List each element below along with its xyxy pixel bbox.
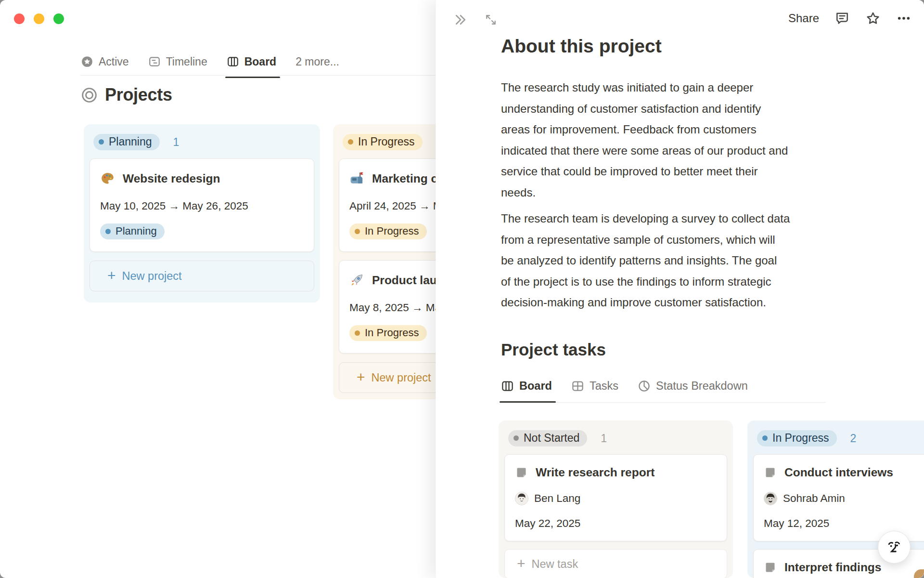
column-count: 1 [173, 136, 180, 149]
tab-label: Timeline [166, 55, 207, 68]
comments-icon[interactable] [834, 11, 850, 26]
tab-more-views[interactable]: 2 more... [295, 55, 339, 68]
task-view-tabs: Board Tasks Status Breakdown [501, 380, 826, 403]
project-tasks-heading: Project tasks [501, 340, 606, 359]
column-header: Planning 1 [93, 134, 314, 150]
column-header: In Progress 2 [757, 430, 924, 447]
tab-status-breakdown[interactable]: Status Breakdown [638, 380, 748, 393]
tab-timeline[interactable]: Timeline [148, 55, 207, 68]
card-title: Conduct interviews [784, 466, 893, 479]
board-icon [227, 55, 239, 68]
project-card-website-redesign[interactable]: Website redesign May 10, 2025 → May 26, … [90, 158, 314, 252]
board-column-planning: Planning 1 Website redesign May 10, 2025… [84, 124, 320, 302]
tab-label: Status Breakdown [656, 380, 748, 393]
card-status-tag: In Progress [349, 223, 427, 239]
page-icon [764, 466, 777, 479]
zoom-window-button[interactable] [53, 13, 64, 24]
new-project-button[interactable]: + New project [90, 261, 314, 291]
more-options-icon[interactable] [896, 11, 911, 26]
task-column-not-started: Not Started 1 Write research report [499, 420, 733, 578]
status-dot-icon [105, 229, 111, 234]
plus-icon: + [517, 556, 526, 571]
tab-label: 2 more... [295, 55, 339, 68]
card-date: May 12, 2025 [764, 517, 924, 530]
status-pill[interactable]: Planning [93, 134, 160, 150]
table-icon [571, 380, 584, 393]
tab-label: Active [99, 55, 129, 68]
assignee-row: Sohrab Amin [764, 492, 924, 505]
about-heading: About this project [501, 36, 662, 57]
window-controls [14, 13, 64, 24]
tab-label: Board [244, 55, 276, 68]
avatar-sohrab-amin [764, 492, 777, 505]
task-card-write-research-report[interactable]: Write research report Ben Lang May 22, 2… [504, 454, 727, 541]
status-dot-icon [99, 139, 104, 144]
assignee-name: Ben Lang [534, 492, 580, 505]
card-status-tag: In Progress [349, 325, 427, 341]
panel-header-right: Share [788, 11, 911, 26]
timeline-icon [148, 55, 161, 68]
star-circle-icon [81, 55, 93, 68]
card-title: Interpret findings [784, 561, 881, 574]
assignee-name: Sohrab Amin [783, 492, 845, 505]
avatar-ben-lang [515, 492, 528, 505]
status-dot-icon [355, 229, 360, 234]
minimize-window-button[interactable] [34, 13, 44, 24]
close-window-button[interactable] [14, 13, 25, 24]
plus-icon: + [107, 268, 116, 283]
view-tabs: Active Timeline Board 2 more... [81, 49, 339, 74]
tab-label: Board [519, 380, 552, 393]
new-task-button[interactable]: + New task [504, 549, 727, 578]
notion-ai-button[interactable] [878, 531, 911, 564]
assignee-row: Ben Lang [515, 492, 717, 505]
card-date-range: May 10, 2025 → May 26, 2025 [100, 200, 304, 212]
card-title: Write research report [536, 466, 654, 479]
card-title: Product lau [372, 274, 437, 287]
pie-chart-icon [638, 380, 651, 393]
page-title: Projects [81, 85, 172, 105]
notion-window: Active Timeline Board 2 more... [0, 0, 924, 578]
board-icon [501, 380, 514, 393]
open-full-page-icon[interactable] [484, 13, 498, 26]
favorite-star-icon[interactable] [865, 11, 881, 26]
status-dot-icon [513, 435, 519, 441]
card-date: May 22, 2025 [515, 517, 717, 530]
side-peek-panel: Share About this project The research st… [436, 0, 924, 578]
column-header: Not Started 1 [508, 430, 727, 447]
tab-active[interactable]: Active [81, 55, 129, 68]
column-count: 2 [850, 432, 857, 445]
status-dot-icon [762, 435, 768, 441]
about-paragraph-2: The research team is developing a survey… [501, 208, 871, 313]
status-dot-icon [355, 330, 360, 336]
palette-icon [100, 171, 115, 186]
page-icon [515, 466, 528, 479]
tabs-divider [80, 75, 436, 76]
screen: Active Timeline Board 2 more... [0, 0, 924, 578]
rocket-icon [349, 273, 364, 288]
status-dot-icon [348, 139, 353, 144]
close-side-peek-icon[interactable] [453, 13, 468, 27]
tab-board[interactable]: Board [501, 380, 552, 393]
page-icon [764, 561, 777, 574]
mailbox-icon [349, 171, 364, 186]
share-button[interactable]: Share [788, 12, 819, 25]
card-title: Marketing c [372, 172, 437, 185]
tab-tasks[interactable]: Tasks [571, 380, 618, 393]
plus-icon: + [357, 370, 365, 384]
card-status-tag: Planning [100, 223, 165, 239]
column-count: 1 [601, 432, 607, 445]
about-paragraph-1: The research study was initiated to gain… [501, 77, 871, 203]
panel-header-left [453, 13, 498, 27]
card-title: Website redesign [123, 172, 220, 185]
notion-ai-face-icon [885, 538, 904, 557]
status-pill[interactable]: In Progress [757, 430, 837, 447]
target-icon [81, 87, 98, 104]
tab-board[interactable]: Board [227, 55, 276, 68]
status-pill[interactable]: In Progress [343, 134, 423, 150]
tab-label: Tasks [590, 380, 618, 393]
task-card-conduct-interviews[interactable]: Conduct interviews Sohrab Amin May 12, 2… [753, 454, 924, 541]
status-pill[interactable]: Not Started [508, 430, 587, 447]
